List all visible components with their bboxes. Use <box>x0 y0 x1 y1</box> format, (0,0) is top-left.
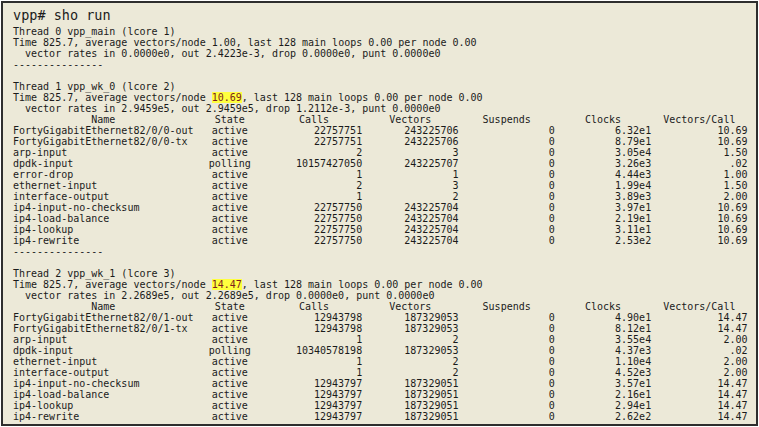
terminal-window[interactable]: vpp# sho run Thread 0 vpp_main (lcore 1)… <box>1 1 758 426</box>
table-row: ethernet-inputactive1201.10e42.00 <box>13 356 752 367</box>
vector-rates-line: vector rates in 0.0000e0, out 2.4223e-3,… <box>13 48 752 59</box>
cell-state: active <box>194 224 266 235</box>
table-header-row: NameStateCallsVectorsSuspendsClocksVecto… <box>13 114 752 125</box>
cell-suspends: 0 <box>459 235 555 246</box>
cell-clocks: 8.79e1 <box>555 136 651 147</box>
cell-name: FortyGigabitEthernet82/0/0-tx <box>13 136 194 147</box>
table-row: ethernet-inputactive2301.99e41.50 <box>13 180 752 191</box>
cell-suspends: 0 <box>459 191 555 202</box>
table-row: ip4-input-no-checksumactive1294379718732… <box>13 378 752 389</box>
cell-calls: 22757750 <box>266 202 362 213</box>
separator-dashes: --------------- <box>13 246 752 257</box>
cell-suspends: 0 <box>459 323 555 334</box>
cell-calls: 2 <box>266 147 362 158</box>
cell-calls: 12943797 <box>266 378 362 389</box>
cell-vectors_call: 14.47 <box>651 389 747 400</box>
cell-calls: 22757750 <box>266 235 362 246</box>
cell-vectors: 243225704 <box>362 235 458 246</box>
thread-time-line: Time 825.7, average vectors/node 14.47, … <box>13 279 752 290</box>
cell-clocks: 4.44e3 <box>555 169 651 180</box>
cell-calls: 12943797 <box>266 389 362 400</box>
cell-vectors: 243225704 <box>362 202 458 213</box>
table-row: ip4-rewriteactive2275775024322570402.53e… <box>13 235 752 246</box>
cell-vectors_call: .02 <box>651 345 747 356</box>
thread-title: Thread 0 vpp_main (lcore 1) <box>13 26 752 37</box>
cell-suspends: 0 <box>459 378 555 389</box>
table-row: interface-outputactive1203.89e32.00 <box>13 191 752 202</box>
cell-vectors: 2 <box>362 356 458 367</box>
cell-vectors_call: 2.00 <box>651 367 747 378</box>
table-row: arp-inputactive2303.05e41.50 <box>13 147 752 158</box>
table-row: ip4-input-no-checksumactive2275775024322… <box>13 202 752 213</box>
cell-name: interface-output <box>13 367 194 378</box>
column-header-vectors: Vectors <box>362 301 458 312</box>
cell-suspends: 0 <box>459 213 555 224</box>
cell-calls: 1 <box>266 367 362 378</box>
column-header-calls: Calls <box>266 301 362 312</box>
cell-calls: 22757751 <box>266 125 362 136</box>
cell-state: active <box>194 136 266 147</box>
cell-state: active <box>194 235 266 246</box>
cell-vectors_call: 2.00 <box>651 191 747 202</box>
table-row: FortyGigabitEthernet82/0/0-txactive22757… <box>13 136 752 147</box>
table-row: ip4-load-balanceactive227577502432257040… <box>13 213 752 224</box>
cell-state: active <box>194 202 266 213</box>
cell-state: active <box>194 191 266 202</box>
cell-suspends: 0 <box>459 312 555 323</box>
cell-suspends: 0 <box>459 180 555 191</box>
cell-state: active <box>194 356 266 367</box>
cell-clocks: 4.37e3 <box>555 345 651 356</box>
blank-line <box>13 70 752 81</box>
column-header-state: State <box>194 114 266 125</box>
thread-title: Thread 2 vpp_wk_1 (lcore 3) <box>13 268 752 279</box>
cell-vectors: 243225706 <box>362 125 458 136</box>
cell-clocks: 2.16e1 <box>555 389 651 400</box>
cell-clocks: 3.55e4 <box>555 334 651 345</box>
cell-name: dpdk-input <box>13 345 194 356</box>
table-row: ip4-rewriteactive1294379718732905102.62e… <box>13 411 752 422</box>
cell-name: arp-input <box>13 147 194 158</box>
cell-name: interface-output <box>13 191 194 202</box>
cell-vectors: 187329051 <box>362 400 458 411</box>
cell-vectors_call: 14.47 <box>651 400 747 411</box>
cell-calls: 1 <box>266 191 362 202</box>
cell-clocks: 1.99e4 <box>555 180 651 191</box>
cell-name: ip4-load-balance <box>13 389 194 400</box>
prompt-command-text: vpp# sho run <box>13 7 111 23</box>
thread-time-line: Time 825.7, average vectors/node 10.69, … <box>13 92 752 103</box>
cell-vectors: 1 <box>362 169 458 180</box>
cell-clocks: 3.26e3 <box>555 158 651 169</box>
column-header-suspends: Suspends <box>459 301 555 312</box>
cell-clocks: 2.62e2 <box>555 411 651 422</box>
cell-suspends: 0 <box>459 125 555 136</box>
column-header-name: Name <box>13 114 194 125</box>
vector-rates-line: vector rates in 2.2689e5, out 2.2689e5, … <box>13 290 752 301</box>
cell-name: ip4-load-balance <box>13 213 194 224</box>
cell-name: ip4-lookup <box>13 224 194 235</box>
cell-state: active <box>194 147 266 158</box>
cell-clocks: 8.12e1 <box>555 323 651 334</box>
cell-vectors_call: 14.47 <box>651 378 747 389</box>
time-prefix-text: Time 825.7, average vectors/node <box>13 279 212 290</box>
cell-state: active <box>194 334 266 345</box>
cell-clocks: 2.53e2 <box>555 235 651 246</box>
cell-vectors: 2 <box>362 334 458 345</box>
table-row: ip4-load-balanceactive129437971873290510… <box>13 389 752 400</box>
cell-vectors: 243225704 <box>362 224 458 235</box>
time-prefix-text: Time 825.7, average vectors/node <box>13 37 212 48</box>
column-header-name: Name <box>13 301 194 312</box>
cell-suspends: 0 <box>459 345 555 356</box>
table-row: FortyGigabitEthernet82/0/1-outactive1294… <box>13 312 752 323</box>
cell-clocks: 3.97e1 <box>555 202 651 213</box>
cell-vectors_call: 14.47 <box>651 411 747 422</box>
table-row: FortyGigabitEthernet82/0/1-txactive12943… <box>13 323 752 334</box>
time-suffix-text: , last 128 main loops 0.00 per node 0.00 <box>242 92 483 103</box>
cell-suspends: 0 <box>459 356 555 367</box>
cell-name: arp-input <box>13 334 194 345</box>
cell-calls: 2 <box>266 180 362 191</box>
cell-calls: 12943798 <box>266 312 362 323</box>
command-prompt-line: vpp# sho run <box>13 7 752 24</box>
cell-suspends: 0 <box>459 202 555 213</box>
vectors-per-node-value: 1.00 <box>212 37 236 48</box>
cell-clocks: 3.57e1 <box>555 378 651 389</box>
